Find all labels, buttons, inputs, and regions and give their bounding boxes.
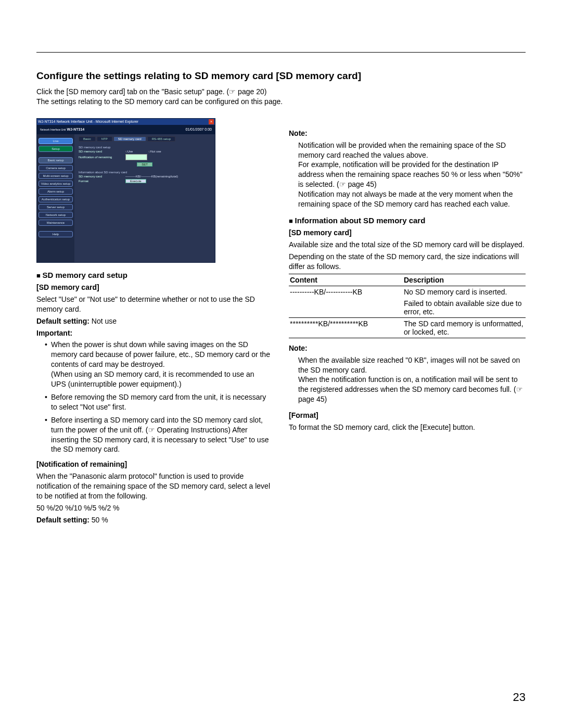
execute-button: Execute [125,179,146,183]
sidebar-item: Network setup [39,212,73,218]
list-item: Before inserting a SD memory card into t… [45,415,271,455]
sidebar-item: Maintenance [39,220,73,226]
table-cell: No SD memory card is inserted. [403,286,526,298]
embedded-screenshot: WJ-NT314 Network Interface Unit - Micros… [36,118,215,263]
table-header: Description [403,274,526,286]
close-icon: × [209,119,214,124]
group-label: Information about SD memory card [79,171,211,174]
note-block: When the available size reached "0 KB", … [289,355,526,404]
note-label: Note: [289,129,526,138]
sd-info-body: Available size and the total size of the… [289,240,526,250]
note-text: When the power is shut down while saving… [51,340,270,368]
sidebar-item: Help [39,231,73,237]
inner-tab: Basic [79,136,96,142]
section-sd-info: Information about SD memory card [289,215,526,226]
live-tab: Live [39,138,73,144]
note-text: When the notification function is on, a … [298,375,523,403]
table-cell: Failed to obtain available size due to e… [403,298,526,318]
intro: Click the [SD memory card] tab on the "B… [36,87,526,107]
sd-card-label: [SD memory card] [36,283,271,292]
sidebar-item: Basic setup [39,157,73,163]
note-text: When the available size reached "0 KB", … [298,356,520,374]
inner-tab: RS-485 setup [147,136,176,142]
table-cell: ----------KB/-----------KB [289,286,403,298]
table-cell: The SD card memory is unformatted, or lo… [403,317,526,338]
notif-levels: 50 %/20 %/10 %/5 %/2 % [36,503,271,513]
row-label: Format [79,180,125,183]
page-number: 23 [513,691,526,704]
set-button: SET [137,162,152,167]
inner-tab: NTP [97,136,112,142]
opt-notuse: Not use [150,150,161,153]
sidebar-item: Camera setup [39,165,73,171]
kb-line: ----------KB/----------KB(remaining/tota… [125,175,178,178]
group-label: SD memory card setup [79,146,211,149]
intro-line2: The settings relating to the SD memory c… [36,97,283,106]
note-text: For example, notification will be provid… [298,160,522,188]
default-label: Default setting: [36,516,90,524]
intro-line1: Click the [SD memory card] tab on the "B… [36,87,266,96]
default-label: Default setting: [36,317,90,325]
sidebar-item: Alarm setup [39,188,73,195]
note-block: Notification will be provided when the r… [289,141,526,209]
browser-title: WJ-NT314 Network Interface Unit - Micros… [38,120,138,123]
default-setting: Default setting: Not use [36,316,271,326]
section-sd-setup: SD memory card setup [36,270,271,280]
row-label: Notification of remaining [79,156,125,159]
default-value: Not use [90,317,117,325]
sidebar-item: Video analytics setup [39,181,73,187]
table-cell: **********KB/**********KB [289,317,403,338]
note-text: Notification may not always be made at t… [298,190,513,208]
note-text: Notification will be provided when the r… [298,141,506,159]
inner-tab: SD memory card [113,136,146,142]
list-item: Before removing the SD memory card from … [45,392,271,412]
setup-tab: Setup [39,146,73,152]
sidebar-item: Multi-screen setup [39,173,73,179]
row-label: SD memory card [79,175,125,178]
list-item: When the power is shut down while saving… [45,340,271,389]
sd-card-label: [SD memory card] [289,228,526,238]
select [125,154,147,160]
sd-card-body: Select "Use" or "Not use" to determine w… [36,295,271,314]
model-small: Network Interface Unit [40,128,66,131]
notif-body: When the "Panasonic alarm protocol" func… [36,471,271,501]
note-text: (When using an SD memory card, it is rec… [51,370,254,388]
sidebar-item: Server setup [39,204,73,210]
note-label: Note: [289,343,526,353]
row-label: SD memory card [79,150,125,153]
model: WJ-NT314 [67,127,84,131]
important-label: Important: [36,328,271,338]
default-value: 50 % [90,516,108,524]
format-body: To format the SD memory card, click the … [289,423,526,432]
sd-info-body: Depending on the state of the SD memory … [289,252,526,272]
sidebar-item: Authentication setup [39,196,73,202]
table-header: Content [289,274,403,286]
format-label: [Format] [289,411,526,420]
notif-label: [Notification of remaining] [36,459,271,469]
notif-default: Default setting: 50 % [36,515,271,525]
table-cell [289,298,403,318]
size-indications-table: Content Description ----------KB/-------… [289,274,526,338]
page-title: Configure the settings relating to SD me… [36,70,526,82]
important-list: When the power is shut down while saving… [36,340,271,454]
datetime: 01/01/2007 0:00 [185,127,212,131]
opt-use: Use [127,150,133,153]
